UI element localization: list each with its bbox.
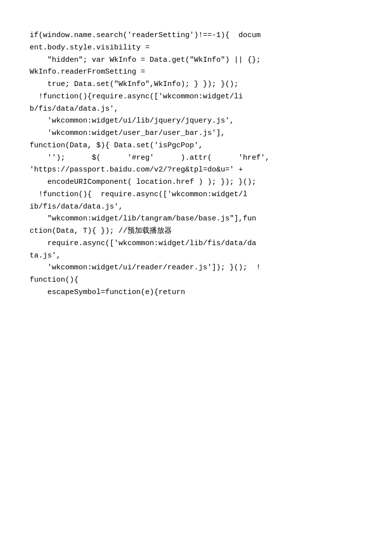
code-content: if(window.name.search('readerSetting')!=… — [30, 30, 372, 299]
